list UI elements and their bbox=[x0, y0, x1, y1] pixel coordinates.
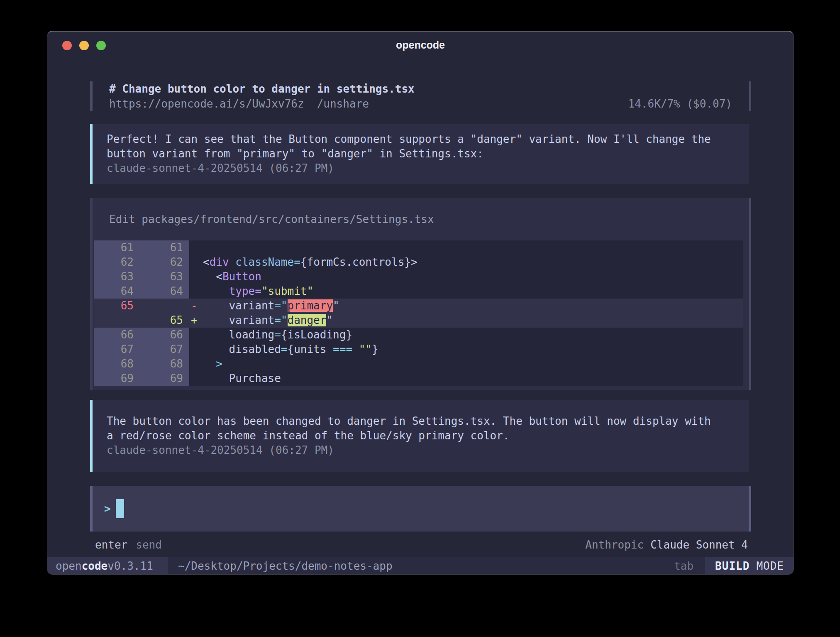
code-token bbox=[203, 285, 229, 297]
code-token: div bbox=[210, 256, 229, 268]
session-title: # Change button color to danger in setti… bbox=[109, 81, 732, 96]
message-text-line: a red/rose color scheme instead of the b… bbox=[107, 429, 735, 443]
diff-old-line-number: 63 bbox=[94, 270, 136, 284]
diff-code-line: variant="primary" bbox=[203, 299, 743, 313]
code-token: {isLoading} bbox=[281, 328, 352, 341]
message-text-line: button variant from "primary" to "danger… bbox=[107, 147, 735, 161]
diff-row: 6767 disabled={units === ""} bbox=[94, 342, 743, 357]
text-cursor bbox=[116, 499, 124, 518]
diff-row: 65+ variant="danger" bbox=[94, 313, 743, 328]
diff-code-line bbox=[203, 240, 743, 255]
diff-change-marker: + bbox=[189, 313, 203, 328]
diff-row: 6969 Purchase bbox=[94, 371, 743, 386]
diff-change-marker bbox=[189, 357, 203, 371]
code-token: "submit" bbox=[261, 285, 313, 297]
diff-old-line-number: 62 bbox=[94, 255, 136, 270]
diff-new-line-number: 62 bbox=[136, 255, 189, 270]
code-token: "" bbox=[359, 343, 372, 355]
code-token: < bbox=[203, 256, 210, 268]
status-bar: opencode v0.3.11 ~/Desktop/Projects/demo… bbox=[47, 557, 794, 574]
diff-new-line-number bbox=[136, 299, 189, 313]
message-text-line: The button color has been changed to dan… bbox=[107, 414, 735, 429]
diff-code-line: disabled={units === ""} bbox=[203, 342, 743, 357]
code-token: variant bbox=[203, 299, 274, 312]
unshare-command[interactable]: /unshare bbox=[317, 96, 369, 111]
diff-old-line-number: 68 bbox=[94, 357, 136, 371]
diff-code-line: type="submit" bbox=[203, 284, 743, 299]
diff-old-line-number: 64 bbox=[94, 284, 136, 299]
input-right-bar bbox=[749, 486, 751, 532]
diff-row: 6464 type="submit" bbox=[94, 284, 743, 299]
app-version: v0.3.11 bbox=[107, 560, 153, 572]
hints-row: enter send Anthropic Claude Sonnet 4 bbox=[90, 538, 751, 552]
diff-row: 6262<div className={formCs.controls}> bbox=[94, 255, 743, 270]
code-token: disabled bbox=[203, 343, 281, 355]
code-token: danger bbox=[288, 314, 327, 326]
code-token: variant bbox=[203, 314, 274, 326]
cwd-path: ~/Desktop/Projects/demo-notes-app bbox=[178, 560, 393, 572]
diff-old-line-number: 65 bbox=[94, 299, 136, 313]
opencode-window: opencode # Change button color to danger… bbox=[47, 31, 794, 575]
diff-row: 6363 <Button bbox=[94, 270, 743, 284]
diff-code-line: loading={isLoading} bbox=[203, 328, 743, 342]
diff-new-line-number: 63 bbox=[136, 270, 189, 284]
diff-new-line-number: 68 bbox=[136, 357, 189, 371]
diff-old-line-number bbox=[94, 313, 136, 328]
prompt-chevron-icon: > bbox=[104, 502, 111, 515]
diff-row: 6666 loading={isLoading} bbox=[94, 328, 743, 342]
diff-rows: 61616262<div className={formCs.controls}… bbox=[94, 240, 743, 386]
code-token: = bbox=[281, 343, 288, 355]
diff-change-marker bbox=[189, 328, 203, 342]
code-token: =" bbox=[274, 314, 287, 326]
window-title: opencode bbox=[47, 39, 794, 51]
code-token: className bbox=[235, 256, 294, 268]
code-token: } bbox=[372, 343, 378, 355]
code-token: Button bbox=[222, 270, 261, 283]
provider-label: Anthropic bbox=[585, 538, 644, 552]
diff-old-line-number: 69 bbox=[94, 371, 136, 386]
code-token: {units bbox=[288, 343, 333, 355]
share-url-link[interactable]: https://opencode.ai/s/UwJxv76z bbox=[109, 96, 304, 111]
diff-change-marker bbox=[189, 371, 203, 386]
build-mode-chip[interactable]: BUILD MODE bbox=[705, 557, 794, 574]
diff-old-line-number: 66 bbox=[94, 328, 136, 342]
diff-old-line-number: 67 bbox=[94, 342, 136, 357]
diff-code-line: > bbox=[203, 357, 743, 371]
diff-code-line: <div className={formCs.controls}> bbox=[203, 255, 743, 270]
model-meta: claude-sonnet-4-20250514 (06:27 PM) bbox=[107, 443, 735, 458]
mode-suffix: MODE bbox=[756, 560, 784, 572]
assistant-message: Perfect! I can see that the Button compo… bbox=[90, 124, 749, 184]
code-token: =" bbox=[274, 299, 287, 312]
diff-code-line: <Button bbox=[203, 270, 743, 284]
diff-row: 6161 bbox=[94, 240, 743, 255]
diff-row: 65- variant="primary" bbox=[94, 299, 743, 313]
code-token bbox=[229, 256, 236, 268]
tab-key-hint: tab bbox=[674, 560, 693, 572]
diff-new-line-number: 69 bbox=[136, 371, 189, 386]
code-token: > bbox=[411, 256, 418, 268]
diff-change-marker bbox=[189, 342, 203, 357]
code-token: Purchase bbox=[203, 372, 281, 385]
code-token: = bbox=[274, 328, 281, 341]
diff-file-header: Edit packages/frontend/src/containers/Se… bbox=[109, 212, 732, 227]
diff-new-line-number: 66 bbox=[136, 328, 189, 342]
code-token bbox=[352, 343, 359, 355]
session-header: # Change button color to danger in setti… bbox=[90, 81, 751, 111]
code-token: primary bbox=[288, 299, 333, 312]
model-meta: claude-sonnet-4-20250514 (06:27 PM) bbox=[107, 161, 735, 176]
mode-name: BUILD bbox=[715, 560, 750, 572]
diff-change-marker bbox=[189, 284, 203, 299]
diff-new-line-number: 67 bbox=[136, 342, 189, 357]
app-name-light: open bbox=[56, 560, 82, 572]
code-token: loading bbox=[203, 328, 274, 341]
code-token: " bbox=[326, 314, 333, 326]
header-right-bar bbox=[749, 81, 751, 111]
app-version-chip: opencode v0.3.11 bbox=[47, 557, 168, 574]
diff-right-edge bbox=[749, 198, 751, 390]
diff-change-marker bbox=[189, 240, 203, 255]
code-token: === bbox=[333, 343, 352, 355]
prompt-input[interactable]: > bbox=[90, 486, 751, 532]
diff-new-line-number: 61 bbox=[136, 240, 189, 255]
message-text-line: Perfect! I can see that the Button compo… bbox=[107, 132, 735, 147]
code-token: = bbox=[294, 256, 300, 268]
